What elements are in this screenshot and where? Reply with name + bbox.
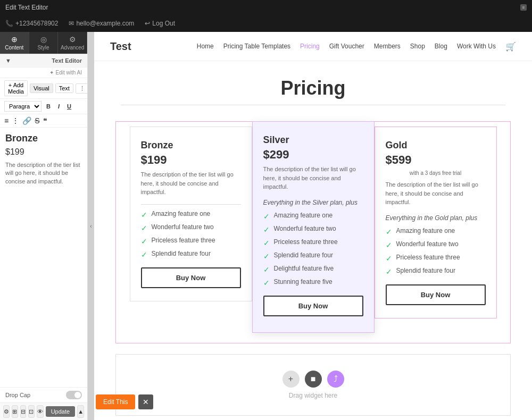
silver-buy-button[interactable]: Buy Now	[263, 296, 363, 316]
underline-button[interactable]: U	[64, 102, 74, 111]
sidebar-tier-preview: Bronze $199 The description of the tier …	[0, 128, 87, 387]
site-nav: Home Pricing Table Templates Pricing Gif…	[197, 41, 516, 52]
blockquote-icon[interactable]: ❝	[43, 116, 47, 125]
gold-buy-button[interactable]: Buy Now	[386, 284, 486, 305]
phone-icon: 📞	[5, 20, 13, 27]
check-icon: ✓	[386, 228, 392, 236]
layout-icon[interactable]: ⊞	[12, 405, 18, 418]
bronze-feature-2: ✓Wonderful feature two	[141, 223, 241, 232]
advanced-icon: ⚙	[69, 35, 76, 44]
media-toolbar: + Add Media Visual Text ⋮	[0, 78, 87, 99]
check-icon: ✓	[386, 267, 392, 276]
unordered-list-icon[interactable]: ≡	[4, 116, 9, 125]
silver-feature-1: ✓Amazing feature one	[263, 212, 363, 221]
silver-feature-5: ✓Delightful feature five	[263, 265, 363, 274]
tab-advanced[interactable]: ⚙ Advanced	[58, 32, 87, 54]
silver-subtitle: Everything in the Silver plan, plus	[263, 199, 363, 206]
gold-feature-4: ✓Splendid feature four	[386, 267, 486, 276]
sidebar-tabs: ⊕ Content ◎ Style ⚙ Advanced	[0, 32, 87, 54]
share-widget-button[interactable]: ⤴	[327, 371, 344, 388]
silver-feature-6: ✓Stunning feature five	[263, 278, 363, 287]
nav-home[interactable]: Home	[197, 43, 214, 50]
widget-drop-text: Drag widget here	[289, 392, 337, 399]
nav-blog[interactable]: Blog	[435, 43, 447, 50]
format-bar2: ≡ ⋮ 🔗 S ❝	[0, 114, 87, 128]
sidebar: ⊕ Content ◎ Style ⚙ Advanced ▼ Text Edit…	[0, 32, 88, 420]
top-bar: Edit Text Editor ≡	[0, 0, 532, 15]
ordered-list-icon[interactable]: ⋮	[12, 116, 19, 125]
gold-subtitle: Everything in the Gold plan, plus	[386, 214, 486, 222]
nav-shop[interactable]: Shop	[410, 43, 425, 50]
edit-with-ai-bar: ✦ Edit with AI	[0, 68, 87, 78]
silver-features: ✓Amazing feature one ✓Wonderful feature …	[263, 212, 363, 287]
duplicate-icon[interactable]: ⊡	[28, 405, 35, 418]
settings-icon[interactable]: ⚙	[3, 405, 10, 418]
check-icon: ✓	[386, 254, 392, 263]
silver-price: $299	[263, 148, 363, 162]
nav-gift-voucher[interactable]: Gift Voucher	[329, 43, 364, 50]
sidebar-tier-desc: The description of the tier list will go…	[5, 161, 82, 186]
link-icon[interactable]: 🔗	[22, 116, 31, 125]
sidebar-collapse-handle[interactable]: ‹	[88, 32, 94, 420]
gold-features: ✓Amazing feature one ✓Wonderful feature …	[386, 227, 486, 276]
add-widget-button[interactable]: +	[282, 371, 300, 388]
ai-icon: ✦	[49, 70, 54, 75]
check-icon: ✓	[263, 225, 270, 234]
silver-tier-name: Silver	[263, 135, 363, 146]
pricing-divider	[121, 105, 505, 105]
visual-button[interactable]: Visual	[30, 83, 53, 93]
sidebar-section-header: ▼ Text Editor	[0, 54, 87, 68]
bronze-features: ✓Amazing feature one ✓Wonderful feature …	[141, 210, 241, 259]
gold-feature-1: ✓Amazing feature one	[386, 227, 486, 236]
bronze-feature-4: ✓Splendid feature four	[141, 250, 241, 259]
edit-this-button[interactable]: Edit This	[96, 394, 135, 409]
pricing-section: Pricing Bronze $199 The description of t…	[94, 61, 532, 420]
nav-work-with-us[interactable]: Work With Us	[457, 43, 496, 50]
widget-drop-area: + ■ ⤴ Drag widget here	[115, 354, 511, 416]
pricing-card-silver: Silver $299 The description of the tier …	[252, 121, 375, 333]
check-icon: ✓	[141, 250, 147, 259]
bold-button[interactable]: B	[44, 102, 53, 111]
paragraph-select[interactable]: Paragraph	[4, 101, 41, 112]
edit-this-bar: Edit This ✕	[96, 394, 153, 409]
nav-pricing-table-templates[interactable]: Pricing Table Templates	[223, 43, 290, 50]
admin-bar: 📞 +12345678902 ✉ hello@example.com ↩ Log…	[0, 15, 532, 32]
grid-icon[interactable]: ⊟	[20, 405, 27, 418]
eye-icon[interactable]: 👁	[37, 405, 44, 418]
edit-with-ai-label[interactable]: Edit with AI	[56, 70, 82, 75]
nav-pricing[interactable]: Pricing	[300, 43, 320, 50]
check-icon: ✓	[263, 239, 270, 247]
format-bar: Paragraph B I U	[0, 99, 87, 114]
sidebar-bottom-toolbar: ⚙ ⊞ ⊟ ⊡ 👁 Update ▲	[0, 402, 87, 420]
drop-cap-toggle[interactable]	[66, 391, 82, 399]
toggle-knob	[74, 392, 81, 398]
widget-type-button[interactable]: ■	[305, 371, 322, 388]
tab-content[interactable]: ⊕ Content	[0, 32, 29, 54]
tab-style[interactable]: ◎ Style	[29, 32, 59, 54]
pricing-title: Pricing	[105, 77, 521, 99]
strikethrough-icon[interactable]: S	[35, 116, 39, 125]
close-button[interactable]: ✕	[138, 394, 153, 409]
check-icon: ✓	[141, 211, 147, 219]
top-bar-title: Edit Text Editor	[5, 4, 48, 11]
italic-button[interactable]: I	[55, 102, 62, 111]
sidebar-tier-price: $199	[5, 147, 82, 157]
add-media-button[interactable]: + Add Media	[4, 80, 28, 96]
more-options-button[interactable]: ⋮	[76, 83, 88, 94]
collapse-sidebar-button[interactable]: ▲	[77, 405, 84, 418]
text-button[interactable]: Text	[55, 83, 73, 93]
logout-icon: ↩	[145, 20, 150, 27]
admin-logout[interactable]: ↩ Log Out	[145, 20, 175, 27]
cart-icon[interactable]: 🛒	[505, 41, 516, 52]
bronze-buy-button[interactable]: Buy Now	[141, 267, 241, 288]
gold-price: $599	[386, 153, 486, 167]
check-icon: ✓	[263, 279, 270, 287]
gold-trial: with a 3 days free trial	[386, 170, 486, 176]
update-button[interactable]: Update	[46, 406, 75, 417]
content-icon: ⊕	[11, 35, 18, 44]
silver-desc: The description of the tier list will go…	[263, 165, 363, 191]
site-logo: Test	[110, 40, 131, 53]
drop-cap-label: Drop Cap	[5, 392, 30, 398]
nav-members[interactable]: Members	[374, 43, 401, 50]
top-bar-menu-icon[interactable]: ≡	[520, 4, 527, 11]
